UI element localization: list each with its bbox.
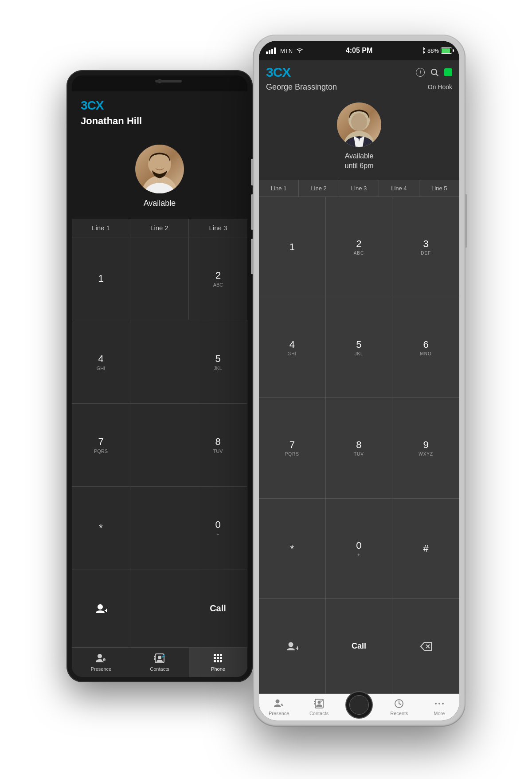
android-key-0[interactable]: 0 + [189, 487, 247, 570]
android-key-empty-3 [130, 404, 189, 487]
ios-key-6[interactable]: 6 MNO [392, 297, 459, 398]
ios-logo-accent: 3 [266, 65, 273, 79]
ios-status-right: 88% [421, 47, 452, 55]
android-nav-contacts[interactable]: Contacts [130, 648, 189, 677]
ios-backspace-button[interactable] [392, 599, 459, 694]
svg-rect-11 [154, 656, 155, 657]
ios-key-0[interactable]: 0 + [326, 499, 393, 599]
android-line3[interactable]: Line 3 [189, 219, 247, 237]
android-key-star[interactable]: * [72, 487, 130, 570]
search-icon[interactable] [430, 68, 439, 77]
android-call-button[interactable]: Call [189, 570, 247, 647]
svg-point-4 [98, 604, 103, 610]
svg-rect-22 [220, 660, 222, 662]
ios-line2[interactable]: Line 2 [299, 180, 339, 197]
ios-battery-percent: 88% [427, 47, 439, 54]
ios-logo-row: 3CX i [266, 65, 452, 80]
ios-key-5[interactable]: 5 JKL [326, 297, 393, 398]
ios-key-4[interactable]: 4 GHI [259, 297, 326, 398]
svg-point-34 [276, 700, 280, 704]
android-key-7[interactable]: 7 PQRS [72, 404, 130, 487]
android-key-5[interactable]: 5 JKL [189, 320, 247, 403]
ios-header-icons: i [416, 68, 452, 77]
ios-nav-contacts-label: Contacts [309, 711, 329, 716]
ios-avatar [337, 102, 381, 147]
status-green-dot [444, 68, 452, 76]
ios-side-button-2 [251, 194, 253, 230]
android-key-empty-4 [130, 487, 189, 570]
ios-add-contact-button[interactable] [259, 599, 326, 694]
ios-wifi-icon [296, 47, 303, 54]
ios-nav-more[interactable]: More [419, 694, 459, 718]
ios-nav-recents[interactable]: Recents [379, 694, 419, 718]
ios-status-bar: MTN 4:05 PM [259, 41, 459, 60]
android-status-bar [72, 75, 247, 91]
ios-logo: 3CX [266, 65, 290, 80]
android-avatar [135, 145, 184, 193]
ios-name-row: George Brassington On Hook [266, 82, 452, 92]
ios-key-8[interactable]: 8 TUV [326, 398, 393, 499]
android-key-empty-5 [130, 570, 189, 647]
signal-bar-4 [274, 47, 276, 54]
ios-key-hash[interactable]: # [392, 499, 459, 599]
svg-point-13 [158, 656, 161, 659]
ios-key-3[interactable]: 3 DEF [392, 197, 459, 298]
android-nav-contacts-label: Contacts [150, 666, 169, 672]
svg-point-54 [442, 703, 444, 704]
ios-user-name: George Brassington [266, 83, 337, 92]
ios-key-1[interactable]: 1 [259, 197, 326, 298]
android-phone: 3CX Jonathan Hill [66, 70, 253, 682]
android-nav-presence[interactable]: ✓ Presence [72, 648, 130, 677]
ios-carrier: MTN [280, 47, 293, 54]
ios-keypad: 1 2 ABC 3 DEF 4 GHI 5 [259, 197, 459, 694]
svg-rect-21 [217, 660, 219, 662]
svg-rect-20 [214, 660, 216, 662]
android-status-text: Available [144, 199, 176, 208]
ios-time: 4:05 PM [346, 47, 372, 55]
android-key-1[interactable]: 1 [72, 237, 130, 320]
svg-text:✓: ✓ [103, 659, 106, 661]
svg-rect-15 [217, 654, 219, 656]
ios-status-text: Available until 6pm [345, 151, 374, 171]
ios-line3[interactable]: Line 3 [339, 180, 379, 197]
ios-line5[interactable]: Line 5 [419, 180, 459, 197]
svg-point-29 [288, 642, 293, 647]
ios-lines: Line 1 Line 2 Line 3 Line 4 Line 5 [259, 180, 459, 197]
android-key-2[interactable]: 2 ABC [189, 237, 247, 320]
ios-key-star[interactable]: * [259, 499, 326, 599]
ios-call-button[interactable]: Call [326, 599, 393, 694]
ios-nav-contacts[interactable]: Contacts [299, 694, 339, 718]
signal-bar-2 [269, 50, 270, 54]
contacts-nav-icon [313, 698, 325, 709]
svg-line-51 [399, 704, 401, 704]
android-logo: 3CX [81, 98, 239, 113]
ios-line4[interactable]: Line 4 [379, 180, 419, 197]
android-line1[interactable]: Line 1 [72, 219, 130, 237]
android-add-contact-button[interactable] [72, 570, 130, 647]
android-key-8[interactable]: 8 TUV [189, 404, 247, 487]
ios-line1[interactable]: Line 1 [259, 180, 299, 197]
android-avatar-section: Available [72, 136, 247, 219]
more-nav-icon [434, 698, 445, 709]
android-line2[interactable]: Line 2 [130, 219, 189, 237]
ios-key-2[interactable]: 2 ABC [326, 197, 393, 298]
svg-rect-31 [297, 646, 298, 650]
android-nav-phone[interactable]: Phone [189, 648, 247, 677]
ios-nav-presence[interactable]: Presence [259, 694, 299, 718]
signal-bar-1 [266, 51, 268, 54]
ios-key-7[interactable]: 7 PQRS [259, 398, 326, 499]
presence-icon: ✓ [95, 652, 107, 665]
ios-battery-fill [442, 48, 450, 53]
ios-key-9[interactable]: 9 WXYZ [392, 398, 459, 499]
ios-nav-recents-label: Recents [390, 711, 408, 716]
android-key-empty-2 [130, 320, 189, 403]
ios-side-button-3 [251, 239, 253, 274]
android-key-4[interactable]: 4 GHI [72, 320, 130, 403]
svg-rect-19 [220, 657, 222, 659]
svg-rect-16 [220, 654, 222, 656]
info-icon[interactable]: i [416, 68, 425, 77]
phone-grid-icon [212, 652, 224, 665]
ios-phone-inner: MTN 4:05 PM [259, 41, 459, 720]
svg-rect-18 [217, 657, 219, 659]
ios-home-button[interactable] [345, 691, 373, 719]
